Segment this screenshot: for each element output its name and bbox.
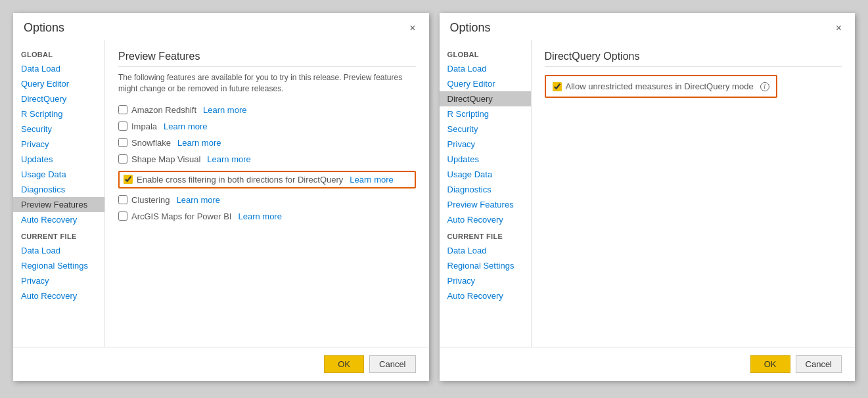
checkbox-cross-filtering-label: Enable cross filtering in both direction… — [137, 175, 343, 185]
global-section-label-1: GLOBAL — [13, 45, 104, 61]
sidebar-item-preview-features-2[interactable]: Preview Features — [440, 197, 531, 212]
sidebar-item-diagnostics-1[interactable]: Diagnostics — [13, 182, 104, 197]
content-subtitle-1: The following features are available for… — [118, 72, 416, 95]
sidebar-item-cf-regional-settings-1[interactable]: Regional Settings — [13, 258, 104, 273]
learn-more-shape-map[interactable]: Learn more — [207, 154, 250, 164]
sidebar-2: GLOBAL Data Load Query Editor DirectQuer… — [440, 40, 532, 347]
content-area-1: Preview Features The following features … — [105, 40, 429, 347]
sidebar-item-diagnostics-2[interactable]: Diagnostics — [440, 182, 531, 197]
dialog-body-2: GLOBAL Data Load Query Editor DirectQuer… — [440, 40, 856, 347]
dialog-1: Options × GLOBAL Data Load Query Editor … — [13, 13, 429, 381]
checkbox-snowflake: Snowflake Learn more — [118, 138, 416, 148]
sidebar-item-data-load-2[interactable]: Data Load — [440, 61, 531, 76]
checkbox-amazon-redshift: Amazon Redshift Learn more — [118, 105, 416, 115]
checkbox-impala-input[interactable] — [118, 122, 127, 131]
sidebar-item-privacy-2[interactable]: Privacy — [440, 137, 531, 152]
sidebar-item-r-scripting-1[interactable]: R Scripting — [13, 106, 104, 122]
checkbox-dq-unrestricted-input[interactable] — [553, 82, 562, 91]
checkbox-shape-map-label: Shape Map Visual — [131, 154, 200, 164]
dialog-body-1: GLOBAL Data Load Query Editor DirectQuer… — [13, 40, 429, 347]
checkbox-dq-unrestricted-label: Allow unrestricted measures in DirectQue… — [566, 81, 754, 91]
dialog-title-2: Options — [450, 21, 491, 35]
sidebar-item-updates-2[interactable]: Updates — [440, 152, 531, 167]
learn-more-snowflake[interactable]: Learn more — [177, 138, 221, 148]
sidebar-item-data-load-1[interactable]: Data Load — [13, 61, 104, 76]
learn-more-clustering[interactable]: Learn more — [177, 195, 220, 205]
checkbox-shape-map: Shape Map Visual Learn more — [118, 154, 416, 164]
title-bar-2: Options × — [440, 13, 856, 40]
sidebar-item-query-editor-1[interactable]: Query Editor — [13, 76, 104, 91]
ok-button-2[interactable]: OK — [750, 355, 790, 373]
sidebar-item-query-editor-2[interactable]: Query Editor — [440, 76, 531, 91]
sidebar-item-directquery-2[interactable]: DirectQuery — [440, 91, 531, 106]
title-bar-1: Options × — [13, 13, 429, 40]
checkbox-snowflake-input[interactable] — [118, 138, 127, 147]
dialog-footer-1: OK Cancel — [13, 347, 429, 381]
checkbox-arcgis: ArcGIS Maps for Power BI Learn more — [118, 211, 416, 221]
content-title-2: DirectQuery Options — [545, 51, 842, 67]
dq-highlight-box: Allow unrestricted measures in DirectQue… — [545, 75, 777, 98]
sidebar-item-cf-data-load-2[interactable]: Data Load — [440, 243, 531, 258]
sidebar-1: GLOBAL Data Load Query Editor DirectQuer… — [13, 40, 105, 347]
close-button-2[interactable]: × — [833, 22, 844, 35]
sidebar-item-usage-data-2[interactable]: Usage Data — [440, 167, 531, 182]
checkbox-arcgis-label: ArcGIS Maps for Power BI — [131, 211, 231, 221]
learn-more-cross-filtering[interactable]: Learn more — [350, 175, 393, 185]
checkbox-arcgis-input[interactable] — [118, 211, 127, 221]
sidebar-item-security-2[interactable]: Security — [440, 122, 531, 137]
checkbox-cross-filtering-input[interactable] — [124, 175, 133, 184]
dialog-title-1: Options — [24, 21, 64, 35]
sidebar-item-privacy-1[interactable]: Privacy — [13, 137, 104, 152]
dialog-footer-2: OK Cancel — [440, 347, 856, 381]
content-area-2: DirectQuery Options Allow unrestricted m… — [532, 40, 856, 347]
checkbox-clustering-input[interactable] — [118, 195, 127, 204]
sidebar-item-r-scripting-2[interactable]: R Scripting — [440, 106, 531, 122]
content-title-1: Preview Features — [118, 51, 416, 67]
sidebar-item-updates-1[interactable]: Updates — [13, 152, 104, 167]
ok-button-1[interactable]: OK — [324, 355, 364, 373]
learn-more-amazon-redshift[interactable]: Learn more — [203, 105, 246, 115]
current-file-section-label-2: CURRENT FILE — [440, 227, 531, 243]
close-button-1[interactable]: × — [407, 22, 418, 35]
sidebar-item-usage-data-1[interactable]: Usage Data — [13, 167, 104, 182]
learn-more-impala[interactable]: Learn more — [164, 122, 207, 131]
cancel-button-1[interactable]: Cancel — [369, 355, 415, 373]
sidebar-item-cf-auto-recovery-2[interactable]: Auto Recovery — [440, 288, 531, 303]
learn-more-arcgis[interactable]: Learn more — [238, 211, 281, 221]
cancel-button-2[interactable]: Cancel — [796, 355, 842, 373]
sidebar-item-cf-auto-recovery-1[interactable]: Auto Recovery — [13, 288, 104, 303]
current-file-section-label-1: CURRENT FILE — [13, 227, 104, 243]
global-section-label-2: GLOBAL — [440, 45, 531, 61]
checkbox-shape-map-input[interactable] — [118, 154, 127, 164]
sidebar-item-auto-recovery-2[interactable]: Auto Recovery — [440, 212, 531, 227]
sidebar-item-directquery-1[interactable]: DirectQuery — [13, 91, 104, 106]
checkbox-amazon-redshift-input[interactable] — [118, 105, 127, 114]
sidebar-item-security-1[interactable]: Security — [13, 122, 104, 137]
checkbox-impala-label: Impala — [131, 122, 157, 131]
dialog-2: Options × GLOBAL Data Load Query Editor … — [440, 13, 856, 381]
checkbox-snowflake-label: Snowflake — [131, 138, 171, 148]
sidebar-item-cf-privacy-1[interactable]: Privacy — [13, 273, 104, 288]
checkbox-clustering: Clustering Learn more — [118, 195, 416, 205]
info-icon[interactable]: i — [760, 82, 769, 91]
sidebar-item-cf-data-load-1[interactable]: Data Load — [13, 243, 104, 258]
sidebar-item-auto-recovery-1[interactable]: Auto Recovery — [13, 212, 104, 227]
checkbox-amazon-redshift-label: Amazon Redshift — [131, 105, 196, 115]
checkbox-impala: Impala Learn more — [118, 122, 416, 131]
sidebar-item-cf-regional-settings-2[interactable]: Regional Settings — [440, 258, 531, 273]
sidebar-item-cf-privacy-2[interactable]: Privacy — [440, 273, 531, 288]
sidebar-item-preview-features-1[interactable]: Preview Features — [13, 197, 104, 212]
checkbox-clustering-label: Clustering — [131, 195, 170, 205]
checkbox-cross-filtering-highlighted: Enable cross filtering in both direction… — [118, 171, 416, 188]
